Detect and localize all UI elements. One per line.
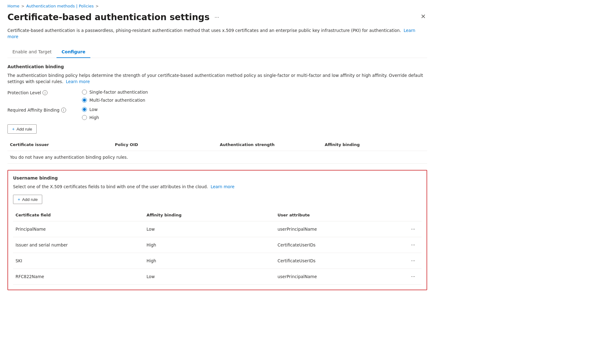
- tab-enable-target[interactable]: Enable and Target: [7, 46, 56, 58]
- auth-binding-table-header: Certificate issuer Policy OID Authentica…: [7, 139, 427, 151]
- protection-level-label: Protection Level i: [7, 90, 70, 95]
- cell-affinity-1: High: [144, 241, 275, 249]
- username-add-rule-plus-icon: +: [18, 197, 20, 202]
- username-binding-add-rule-button[interactable]: + Add rule: [13, 195, 42, 204]
- multi-factor-radio[interactable]: [82, 98, 87, 103]
- username-binding-add-rule-label: Add rule: [22, 197, 38, 202]
- cell-user-attr-1: CertificateUserIDs: [275, 241, 406, 249]
- row-more-button-1[interactable]: ···: [409, 242, 418, 248]
- protection-level-row: Protection Level i Single-factor authent…: [7, 90, 427, 103]
- affinity-binding-info-icon[interactable]: i: [61, 108, 66, 113]
- tabs-container: Enable and Target Configure: [7, 46, 427, 58]
- col-cert-field: Certificate field: [13, 211, 144, 219]
- auth-binding-learn-more[interactable]: Learn more: [66, 79, 90, 84]
- col-policy-oid: Policy OID: [112, 141, 217, 148]
- cell-user-attr-2: CertificateUserIDs: [275, 257, 406, 264]
- add-rule-plus-icon: +: [12, 127, 15, 131]
- more-icon-1: ···: [411, 242, 415, 248]
- table-row: PrincipalName Low userPrincipalName ···: [13, 221, 422, 237]
- cell-cert-field-3: RFC822Name: [13, 273, 144, 280]
- auth-binding-title: Authentication binding: [7, 64, 427, 69]
- cell-actions-0: ···: [406, 224, 422, 234]
- breadcrumb-auth-methods[interactable]: Authentication methods | Policies: [26, 4, 93, 8]
- auth-binding-add-rule-button[interactable]: + Add rule: [7, 124, 37, 134]
- breadcrumb: Home > Authentication methods | Policies…: [7, 4, 427, 8]
- col-affinity-binding: Affinity binding: [322, 141, 427, 148]
- username-binding-table: Certificate field Affinity binding User …: [13, 209, 422, 285]
- low-affinity-option[interactable]: Low: [82, 107, 99, 112]
- breadcrumb-sep2: >: [96, 4, 99, 8]
- username-binding-section: Username binding Select one of the X.509…: [7, 170, 427, 290]
- table-row: Issuer and serial number High Certificat…: [13, 237, 422, 253]
- auth-binding-empty-message: You do not have any authentication bindi…: [7, 151, 427, 164]
- page-description: Certificate-based authentication is a pa…: [7, 27, 427, 40]
- protection-level-options: Single-factor authentication Multi-facto…: [82, 90, 148, 103]
- high-affinity-option[interactable]: High: [82, 115, 99, 120]
- tab-configure[interactable]: Configure: [56, 46, 90, 58]
- multi-factor-option[interactable]: Multi-factor authentication: [82, 98, 148, 103]
- row-more-button-0[interactable]: ···: [409, 226, 418, 233]
- page-header: Certificate-based authentication setting…: [7, 12, 427, 22]
- table-row: SKI High CertificateUserIDs ···: [13, 253, 422, 269]
- affinity-binding-row: Required Affinity Binding i Low High: [7, 107, 427, 120]
- auth-binding-section: Authentication binding The authenticatio…: [7, 64, 427, 164]
- more-icon-0: ···: [411, 226, 415, 232]
- col-user-attr: User attribute: [275, 211, 406, 219]
- cell-affinity-3: Low: [144, 273, 275, 280]
- high-affinity-radio[interactable]: [82, 115, 87, 120]
- col-actions: [406, 211, 422, 219]
- auth-binding-table: Certificate issuer Policy OID Authentica…: [7, 139, 427, 164]
- page-title: Certificate-based authentication setting…: [7, 12, 210, 22]
- username-binding-table-header: Certificate field Affinity binding User …: [13, 209, 422, 221]
- breadcrumb-home[interactable]: Home: [7, 4, 19, 8]
- affinity-binding-options: Low High: [82, 107, 99, 120]
- cell-actions-2: ···: [406, 256, 422, 265]
- auth-binding-description: The authentication binding policy helps …: [7, 72, 427, 85]
- single-factor-option[interactable]: Single-factor authentication: [82, 90, 148, 95]
- low-affinity-radio[interactable]: [82, 107, 87, 112]
- breadcrumb-sep1: >: [21, 4, 24, 8]
- col-cert-issuer: Certificate issuer: [7, 141, 112, 148]
- username-binding-description: Select one of the X.509 certificates fie…: [13, 184, 422, 190]
- col-affinity: Affinity binding: [144, 211, 275, 219]
- auth-binding-add-rule-label: Add rule: [16, 127, 32, 131]
- table-row: RFC822Name Low userPrincipalName ···: [13, 269, 422, 285]
- cell-cert-field-1: Issuer and serial number: [13, 241, 144, 249]
- close-icon: ✕: [421, 13, 426, 20]
- cell-cert-field-0: PrincipalName: [13, 225, 144, 233]
- cell-cert-field-2: SKI: [13, 257, 144, 264]
- cell-affinity-2: High: [144, 257, 275, 264]
- more-icon-2: ···: [411, 258, 415, 264]
- row-more-button-3[interactable]: ···: [409, 273, 418, 280]
- cell-actions-3: ···: [406, 272, 422, 281]
- single-factor-radio[interactable]: [82, 90, 87, 95]
- close-button[interactable]: ✕: [419, 12, 427, 21]
- ellipsis-button[interactable]: ···: [213, 13, 221, 21]
- cell-user-attr-3: userPrincipalName: [275, 273, 406, 280]
- row-more-button-2[interactable]: ···: [409, 257, 418, 264]
- more-icon-3: ···: [411, 274, 415, 279]
- col-auth-strength: Authentication strength: [217, 141, 322, 148]
- cell-user-attr-0: userPrincipalName: [275, 225, 406, 233]
- username-binding-learn-more[interactable]: Learn more: [210, 184, 234, 189]
- affinity-binding-label: Required Affinity Binding i: [7, 107, 70, 113]
- cell-actions-1: ···: [406, 240, 422, 250]
- cell-affinity-0: Low: [144, 225, 275, 233]
- username-binding-title: Username binding: [13, 175, 422, 180]
- protection-level-info-icon[interactable]: i: [43, 90, 47, 95]
